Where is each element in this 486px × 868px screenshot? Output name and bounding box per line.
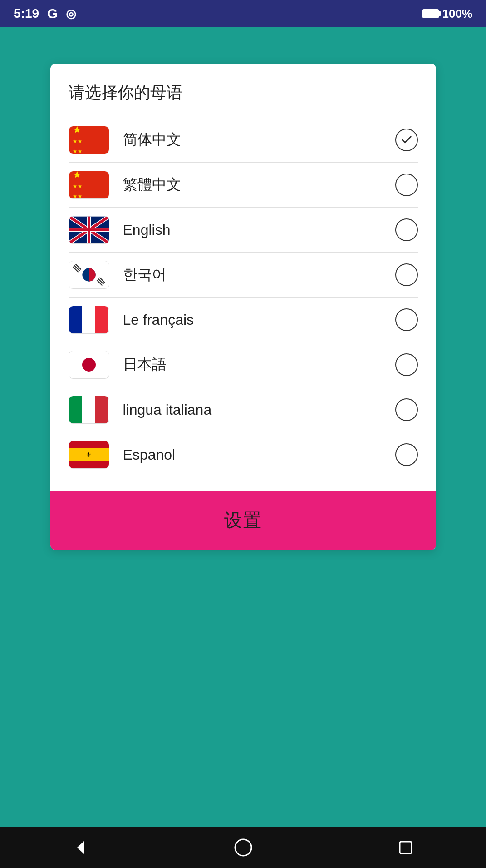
lang-name-french: Le français bbox=[123, 312, 395, 328]
main-area: 请选择你的母语 ★★★★★ 简体中文 bbox=[0, 27, 486, 827]
svg-marker-17 bbox=[77, 841, 84, 854]
svg-rect-19 bbox=[400, 842, 412, 853]
home-button[interactable] bbox=[233, 838, 253, 858]
list-item[interactable]: ★★★★★ 简体中文 bbox=[69, 118, 418, 163]
back-button[interactable] bbox=[72, 838, 90, 857]
lang-name-korean: 한국어 bbox=[123, 265, 395, 285]
list-item[interactable]: Le français bbox=[69, 298, 418, 342]
list-item[interactable]: 한국어 bbox=[69, 253, 418, 298]
status-bar-left: 5:19 G ◎ bbox=[14, 6, 76, 21]
battery-icon bbox=[422, 9, 439, 18]
list-item[interactable]: lingua italiana bbox=[69, 387, 418, 432]
checkmark-icon bbox=[400, 134, 413, 146]
svg-point-18 bbox=[235, 839, 251, 856]
recents-button[interactable] bbox=[397, 839, 414, 856]
flag-korean bbox=[69, 261, 109, 289]
settings-button[interactable]: 设置 bbox=[50, 491, 436, 550]
card-content: 请选择你的母语 ★★★★★ 简体中文 bbox=[50, 64, 436, 491]
status-time: 5:19 bbox=[14, 6, 39, 21]
radio-french[interactable] bbox=[395, 308, 418, 331]
language-list: ★★★★★ 简体中文 ★★★★★ bbox=[69, 118, 418, 477]
home-circle-icon bbox=[233, 838, 253, 858]
list-item[interactable]: 日本語 bbox=[69, 342, 418, 387]
flag-spanish: ⚜ bbox=[69, 441, 109, 469]
radio-spanish[interactable] bbox=[395, 443, 418, 466]
lang-name-spanish: Espanol bbox=[123, 446, 395, 463]
google-icon: G bbox=[47, 6, 58, 21]
uk-flag-svg bbox=[69, 216, 109, 244]
recents-square-icon bbox=[397, 839, 414, 856]
card-title: 请选择你的母语 bbox=[69, 82, 418, 104]
radio-italian[interactable] bbox=[395, 398, 418, 421]
flag-english bbox=[69, 216, 109, 244]
bottom-nav bbox=[0, 827, 486, 868]
lang-name-traditional-chinese: 繁體中文 bbox=[123, 175, 395, 195]
svg-rect-8 bbox=[69, 228, 109, 231]
radio-korean[interactable] bbox=[395, 263, 418, 286]
jp-circle bbox=[82, 358, 96, 372]
radio-english[interactable] bbox=[395, 218, 418, 241]
list-item[interactable]: ★★★★★ 繁體中文 bbox=[69, 163, 418, 208]
lang-name-english: English bbox=[123, 222, 395, 238]
flag-japanese bbox=[69, 351, 109, 379]
radio-traditional-chinese[interactable] bbox=[395, 174, 418, 196]
radio-japanese[interactable] bbox=[395, 353, 418, 376]
kr-flag-svg bbox=[69, 261, 109, 289]
list-item[interactable]: English bbox=[69, 208, 418, 253]
lang-name-italian: lingua italiana bbox=[123, 402, 395, 418]
flag-traditional-chinese: ★★★★★ bbox=[69, 171, 109, 199]
location-icon: ◎ bbox=[66, 7, 76, 21]
back-arrow-icon bbox=[72, 838, 90, 857]
language-card: 请选择你的母语 ★★★★★ 简体中文 bbox=[50, 64, 436, 550]
battery-level: 100% bbox=[442, 7, 473, 21]
list-item[interactable]: ⚜ Espanol bbox=[69, 432, 418, 477]
flag-italian bbox=[69, 396, 109, 424]
status-bar-right: 100% bbox=[422, 7, 473, 21]
radio-simplified-chinese[interactable] bbox=[395, 129, 418, 151]
lang-name-simplified-chinese: 简体中文 bbox=[123, 130, 395, 150]
status-bar: 5:19 G ◎ 100% bbox=[0, 0, 486, 27]
flag-simplified-chinese: ★★★★★ bbox=[69, 126, 109, 154]
lang-name-japanese: 日本語 bbox=[123, 355, 395, 375]
flag-french bbox=[69, 306, 109, 334]
